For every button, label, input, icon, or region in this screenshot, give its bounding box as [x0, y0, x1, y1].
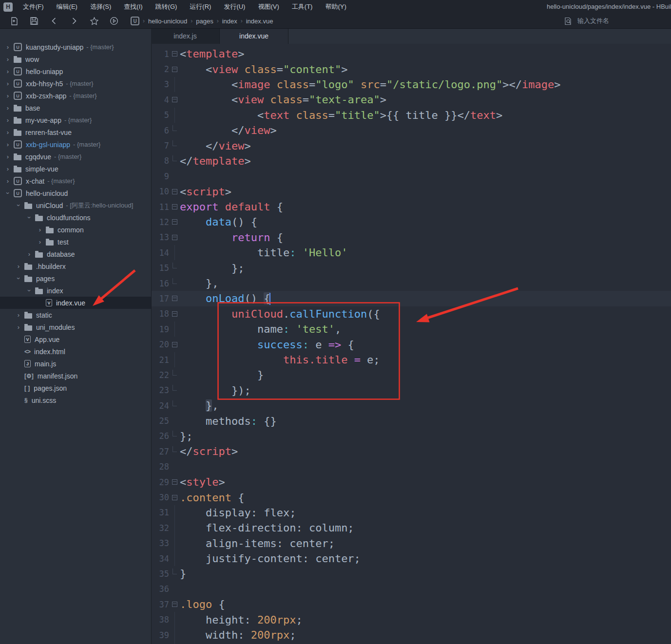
chevron-right-icon[interactable]: › [15, 260, 22, 272]
tree-item-x-chat[interactable]: ›Ux-chat- {master} [0, 175, 151, 187]
chevron-right-icon[interactable]: › [4, 151, 12, 163]
code-line-35[interactable]: 35} [152, 566, 671, 581]
tree-item-index[interactable]: ›index [0, 284, 151, 297]
code-line-1[interactable]: 1<template> [152, 46, 671, 61]
tree-item-cloudfunctions[interactable]: ›cloudfunctions [0, 211, 151, 224]
chevron-right-icon[interactable]: › [4, 102, 12, 114]
chevron-right-icon[interactable]: › [15, 309, 22, 321]
tree-item-xxb-zsxh-app[interactable]: ›Uxxb-zsxh-app- {master} [0, 90, 151, 102]
tree-item-uniCloud[interactable]: ›uniCloud- [阿里云:hello-unicloud] [0, 199, 151, 211]
code-line-15[interactable]: 15 }; [152, 260, 671, 275]
tree-item-pages.json[interactable]: [ ]pages.json [0, 382, 151, 394]
chevron-down-icon[interactable]: › [2, 189, 14, 197]
tree-item-simple-vue[interactable]: ›simple-vue [0, 163, 151, 175]
back-button[interactable] [48, 15, 60, 27]
code-line-5[interactable]: 5 <text class="title">{{ title }}</text> [152, 108, 671, 123]
tree-item-hello-uniapp[interactable]: ›Uhello-uniapp [0, 65, 151, 77]
tree-item-uni_modules[interactable]: ›uni_modules [0, 321, 151, 333]
code-line-8[interactable]: 8</template> [152, 153, 671, 169]
code-line-32[interactable]: 32 flex-direction: column; [152, 520, 671, 535]
code-line-19[interactable]: 19 name: 'test', [152, 322, 671, 337]
code-line-30[interactable]: 30.content { [152, 490, 671, 505]
code-line-38[interactable]: 38 height: 200rpx; [152, 612, 671, 627]
chevron-right-icon[interactable]: › [4, 175, 12, 187]
code-line-31[interactable]: 31 display: flex; [152, 505, 671, 520]
code-line-11[interactable]: 11export default { [152, 199, 671, 214]
tree-item-manifest.json[interactable]: [⚙]manifest.json [0, 370, 151, 382]
tab-index.js[interactable]: index.js [151, 28, 220, 44]
tree-item-kuangstudy-uniapp[interactable]: ›Ukuangstudy-uniapp- {master} [0, 41, 151, 53]
menu-发行[interactable]: 发行(U) [217, 0, 251, 14]
code-line-33[interactable]: 33 align-items: center; [152, 536, 671, 551]
fold-marker-icon[interactable] [169, 597, 180, 612]
code-line-18[interactable]: 18 uniCloud.callFunction({ [152, 306, 671, 322]
tree-item-static[interactable]: ›static [0, 309, 151, 321]
menu-编辑[interactable]: 编辑(E) [50, 0, 84, 14]
breadcrumb-pages[interactable]: pages [196, 18, 213, 25]
tree-item-index.html[interactable]: <>index.html [0, 345, 151, 358]
code-line-10[interactable]: 10<script> [152, 184, 671, 199]
tree-item-wow[interactable]: ›wow [0, 53, 151, 65]
fold-marker-icon[interactable] [169, 337, 180, 352]
menu-跳转[interactable]: 跳转(G) [149, 0, 184, 14]
chevron-right-icon[interactable]: › [4, 77, 12, 90]
code-line-39[interactable]: 39 width: 200rpx; [152, 627, 671, 643]
fold-marker-icon[interactable] [169, 184, 180, 199]
menu-查找[interactable]: 查找(I) [117, 0, 149, 14]
fold-marker-icon[interactable] [169, 306, 180, 322]
code-line-6[interactable]: 6 </view> [152, 123, 671, 138]
menu-工具[interactable]: 工具(T) [286, 0, 319, 14]
tree-item-base[interactable]: ›base [0, 102, 151, 114]
fold-marker-icon[interactable] [169, 230, 180, 245]
chevron-right-icon[interactable]: › [4, 126, 12, 138]
code-line-23[interactable]: 23 }); [152, 383, 671, 398]
chevron-right-icon[interactable]: › [4, 65, 12, 77]
code-line-9[interactable]: 9 [152, 169, 671, 184]
code-line-28[interactable]: 28 [152, 459, 671, 474]
code-line-13[interactable]: 13 return { [152, 230, 671, 245]
chevron-right-icon[interactable]: › [25, 248, 33, 260]
code-line-27[interactable]: 27</script> [152, 444, 671, 459]
chevron-right-icon[interactable]: › [36, 224, 44, 236]
code-line-20[interactable]: 20 success: e => { [152, 337, 671, 352]
tree-item-uni.scss[interactable]: §uni.scss [0, 394, 151, 406]
fold-marker-icon[interactable] [169, 46, 180, 61]
code-line-24[interactable]: 24 }, [152, 398, 671, 413]
tree-item-test[interactable]: ›test [0, 236, 151, 248]
tab-index.vue[interactable]: index.vue [220, 28, 288, 44]
save-button[interactable] [28, 15, 40, 27]
fold-marker-icon[interactable] [169, 490, 180, 505]
fold-marker-icon[interactable] [169, 92, 180, 107]
code-line-34[interactable]: 34 justify-content: center; [152, 551, 671, 566]
tree-item-xxb-gsl-uniapp[interactable]: ›Uxxb-gsl-uniapp- {master} [0, 138, 151, 151]
tree-item-xxb-hhsy-h5[interactable]: ›Uxxb-hhsy-h5- {master} [0, 77, 151, 90]
fold-marker-icon[interactable] [169, 474, 180, 490]
new-file-button[interactable] [8, 15, 20, 27]
code-line-14[interactable]: 14 title: 'Hello' [152, 245, 671, 260]
tree-item-renren-fast-vue[interactable]: ›renren-fast-vue [0, 126, 151, 138]
code-line-22[interactable]: 22 } [152, 367, 671, 382]
tree-item-cgqdvue[interactable]: ›cgqdvue- {master} [0, 151, 151, 163]
tree-item-common[interactable]: ›common [0, 224, 151, 236]
tree-item-my-vue-app[interactable]: ›my-vue-app- {master} [0, 114, 151, 126]
code-line-25[interactable]: 25 methods: {} [152, 413, 671, 428]
tree-item-App.vue[interactable]: VApp.vue [0, 333, 151, 345]
code-line-7[interactable]: 7 </view> [152, 138, 671, 153]
menu-选择[interactable]: 选择(S) [84, 0, 117, 14]
goto-file-search[interactable]: 输入文件名 [564, 14, 609, 28]
code-line-26[interactable]: 26}; [152, 429, 671, 444]
breadcrumb-index.vue[interactable]: index.vue [246, 18, 273, 25]
fold-marker-icon[interactable] [169, 199, 180, 214]
chevron-right-icon[interactable]: › [36, 236, 44, 248]
code-line-36[interactable]: 36 [152, 582, 671, 597]
menu-文件[interactable]: 文件(F) [17, 0, 50, 14]
tree-item-database[interactable]: ›database [0, 248, 151, 260]
fold-marker-icon[interactable] [169, 291, 180, 306]
code-editor[interactable]: 1<template>2 <view class="content">3 <im… [151, 44, 671, 644]
menu-运行[interactable]: 运行(R) [183, 0, 217, 14]
run-button[interactable] [108, 15, 120, 27]
code-line-29[interactable]: 29<style> [152, 474, 671, 490]
chevron-right-icon[interactable]: › [4, 53, 12, 65]
chevron-right-icon[interactable]: › [15, 321, 22, 333]
chevron-right-icon[interactable]: › [4, 41, 12, 53]
